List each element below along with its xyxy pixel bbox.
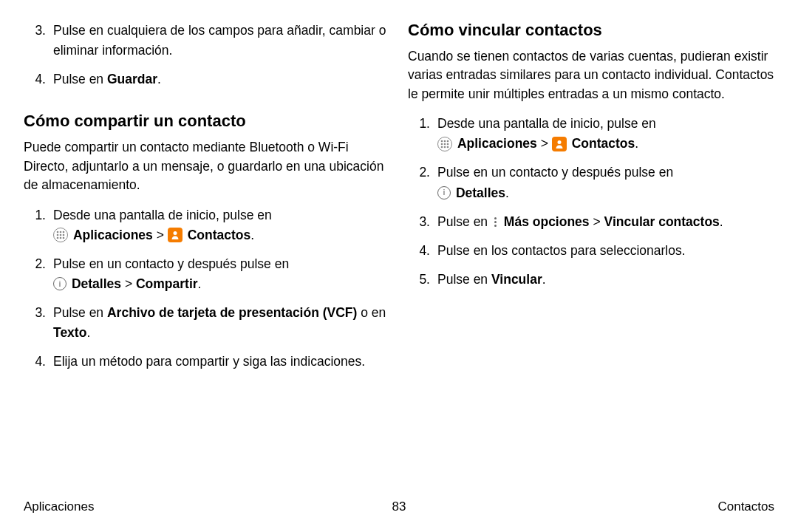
footer-left: Aplicaciones [24, 499, 94, 514]
step-pre: Pulse en [53, 305, 107, 320]
info-icon: i [437, 186, 451, 200]
step-text: Pulse en los contactos para seleccionarl… [437, 243, 686, 258]
contact-icon [168, 228, 183, 242]
apps-icon [53, 228, 68, 242]
dot: . [198, 276, 202, 291]
footer-right: Contactos [717, 499, 774, 514]
left-column: 3. Pulse en cualquiera de los campos par… [24, 21, 390, 495]
dot: . [720, 214, 723, 229]
chevron: > [541, 136, 548, 151]
more-options-icon [491, 215, 500, 228]
bold-aplicaciones: Aplicaciones [457, 136, 537, 151]
svg-point-1 [60, 231, 62, 233]
link-paragraph: Cuando se tienen contactos de varias cue… [408, 47, 774, 103]
step-number: 4. [24, 352, 46, 372]
step-number: 1. [408, 114, 430, 134]
svg-point-5 [63, 234, 65, 236]
dot: . [505, 185, 509, 200]
list-item: 3. Pulse en Más opciones > Vincular cont… [408, 212, 774, 232]
step-number: 2. [24, 254, 46, 274]
dot: . [542, 272, 546, 287]
bold-vcf: Archivo de tarjeta de presentación (VCF) [107, 305, 357, 320]
svg-point-6 [57, 237, 59, 239]
svg-point-11 [444, 140, 446, 142]
chevron: > [157, 228, 164, 242]
step-number: 5. [408, 270, 430, 290]
svg-point-8 [63, 237, 65, 239]
info-icon: i [53, 277, 66, 290]
dot: . [250, 228, 254, 242]
svg-point-19 [557, 140, 561, 144]
list-item: 5. Pulse en Vincular. [408, 270, 774, 290]
svg-point-3 [57, 234, 59, 236]
list-item: 3. Pulse en Archivo de tarjeta de presen… [24, 303, 390, 343]
bold-mas-opciones: Más opciones [504, 214, 590, 229]
bold-texto: Texto [53, 325, 86, 340]
svg-point-18 [447, 146, 449, 148]
svg-point-15 [447, 143, 449, 145]
svg-point-2 [63, 231, 65, 233]
step-number: 3. [408, 212, 430, 232]
step-number: 4. [24, 69, 46, 89]
step-number: 4. [408, 241, 430, 261]
step-number: 2. [408, 163, 430, 183]
share-paragraph: Puede compartir un contacto mediante Blu… [24, 138, 390, 194]
list-item: 4. Pulse en los contactos para seleccion… [408, 241, 774, 261]
svg-point-7 [60, 237, 62, 239]
step-number: 1. [24, 205, 46, 225]
bold-detalles: Detalles [72, 276, 121, 291]
share-steps-list: 1. Desde una pantalla de inicio, pulse e… [24, 205, 390, 381]
svg-point-16 [441, 146, 443, 148]
bold-vincular: Vincular [491, 272, 542, 287]
list-item: 3. Pulse en cualquiera de los campos par… [24, 21, 390, 61]
bold-vincular-contactos: Vincular contactos [604, 214, 720, 229]
svg-point-12 [447, 140, 449, 142]
svg-point-13 [441, 143, 443, 145]
step-text: Elija un método para compartir y siga la… [53, 354, 365, 369]
heading-link-contacts: Cómo vincular contactos [408, 21, 774, 40]
bold-compartir: Compartir [136, 276, 198, 291]
bold-contactos: Contactos [188, 228, 251, 242]
svg-point-10 [441, 140, 443, 142]
list-item: 1. Desde una pantalla de inicio, pulse e… [408, 114, 774, 154]
step-pre: Pulse en [437, 214, 491, 229]
list-item: 4. Elija un método para compartir y siga… [24, 352, 390, 372]
svg-point-17 [444, 146, 446, 148]
dot: . [86, 325, 90, 340]
step-number: 3. [24, 303, 46, 323]
bold-detalles: Detalles [456, 185, 505, 200]
step-text-pre: Pulse en [53, 72, 107, 86]
page-content: 3. Pulse en cualquiera de los campos par… [24, 21, 774, 495]
step-text-post: . [157, 72, 161, 86]
right-column: Cómo vincular contactos Cuando se tienen… [408, 21, 774, 495]
list-item: 4. Pulse en Guardar. [24, 69, 390, 89]
step-pre: Pulse en [437, 272, 491, 287]
list-item: 1. Desde una pantalla de inicio, pulse e… [24, 205, 390, 245]
heading-share-contact: Cómo compartir un contacto [24, 112, 390, 131]
list-item: 2. Pulse en un contacto y después pulse … [24, 254, 390, 294]
step-line: Pulse en un contacto y después pulse en [53, 256, 289, 271]
svg-point-4 [60, 234, 62, 236]
pre-steps-list: 3. Pulse en cualquiera de los campos par… [24, 21, 390, 98]
page-footer: Aplicaciones 83 Contactos [24, 495, 774, 514]
step-text: Pulse en cualquiera de los campos para a… [53, 23, 386, 58]
step-mid: o en [357, 305, 386, 320]
step-number: 3. [24, 21, 46, 41]
bold-aplicaciones: Aplicaciones [73, 228, 153, 242]
list-item: 2. Pulse en un contacto y después pulse … [408, 163, 774, 202]
svg-point-14 [444, 143, 446, 145]
step-line: Pulse en un contacto y después pulse en [437, 165, 673, 180]
contact-icon [552, 137, 567, 151]
dot: . [635, 136, 638, 151]
bold-contactos: Contactos [572, 136, 635, 151]
svg-point-9 [173, 231, 177, 235]
chevron: > [125, 276, 132, 291]
apps-icon [437, 137, 452, 151]
link-steps-list: 1. Desde una pantalla de inicio, pulse e… [408, 114, 774, 299]
bold-guardar: Guardar [107, 72, 157, 86]
svg-point-0 [57, 231, 59, 233]
chevron: > [593, 214, 600, 229]
step-line: Desde una pantalla de inicio, pulse en [437, 116, 656, 131]
step-line: Desde una pantalla de inicio, pulse en [53, 208, 272, 222]
page-number: 83 [392, 499, 406, 514]
